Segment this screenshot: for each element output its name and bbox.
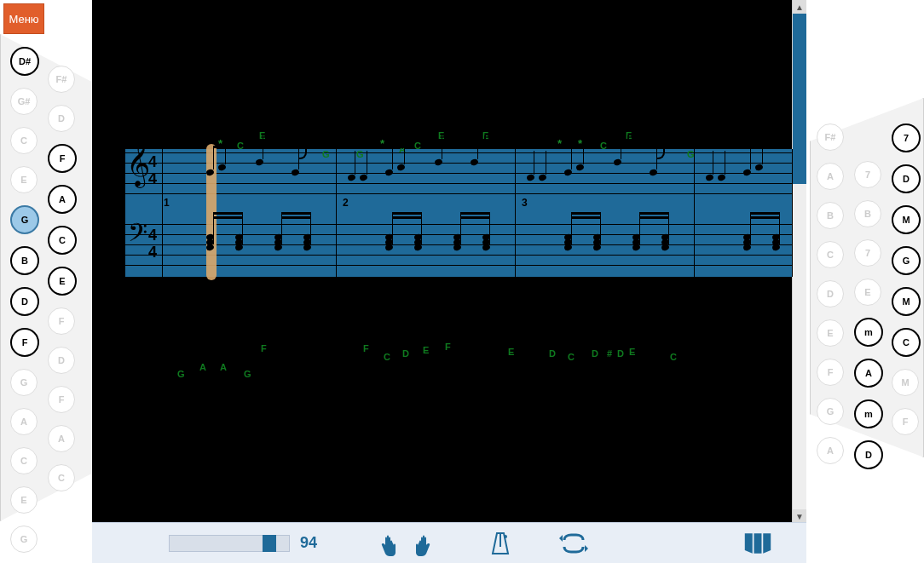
measure-number: 2 bbox=[343, 197, 349, 209]
right-c2-btn-4[interactable]: m bbox=[854, 318, 883, 347]
right-c2-btn-1[interactable]: B bbox=[854, 200, 881, 227]
left-outer-btn-8[interactable]: G bbox=[10, 369, 38, 396]
left-outer-btn-4[interactable]: G bbox=[10, 205, 39, 234]
left-outer-btn-11[interactable]: E bbox=[10, 486, 38, 514]
beam bbox=[392, 216, 421, 219]
left-hand-toggle[interactable] bbox=[373, 529, 402, 558]
right-column-1: F#ABCDEFGA bbox=[817, 118, 844, 470]
beam bbox=[281, 212, 310, 215]
left-outer-btn-5[interactable]: B bbox=[10, 246, 39, 275]
right-c3-btn-5[interactable]: C bbox=[892, 328, 921, 357]
left-inner-btn-5[interactable]: E bbox=[48, 267, 77, 296]
right-c2-btn-3[interactable]: E bbox=[854, 279, 881, 306]
right-c2-btn-6[interactable]: m bbox=[854, 399, 883, 428]
left-inner-btn-9[interactable]: A bbox=[48, 425, 75, 452]
right-c1-btn-5[interactable]: E bbox=[817, 319, 844, 347]
metronome-toggle[interactable] bbox=[486, 529, 515, 558]
left-outer-btn-3[interactable]: E bbox=[10, 166, 38, 193]
barline bbox=[515, 149, 516, 277]
note-label: D bbox=[617, 348, 624, 359]
note-label: D bbox=[592, 348, 598, 359]
left-outer-btn-7[interactable]: F bbox=[10, 328, 39, 357]
note-flag bbox=[477, 135, 486, 149]
left-inner-btn-3[interactable]: A bbox=[48, 185, 77, 214]
right-c3-btn-4[interactable]: M bbox=[892, 287, 921, 316]
left-inner-column: F#DFACEFDFAC bbox=[48, 60, 77, 497]
right-c1-btn-3[interactable]: C bbox=[817, 241, 844, 268]
beam bbox=[460, 216, 489, 219]
tempo-slider-thumb[interactable] bbox=[263, 535, 276, 552]
note-stem bbox=[546, 151, 546, 175]
note-label: A bbox=[220, 362, 227, 372]
left-outer-btn-0[interactable]: D# bbox=[10, 47, 39, 76]
note-label: G bbox=[322, 149, 330, 159]
left-inner-btn-8[interactable]: F bbox=[48, 386, 75, 413]
right-c2-btn-0[interactable]: 7 bbox=[854, 161, 881, 188]
right-hand-toggle[interactable] bbox=[413, 529, 442, 558]
note-stem bbox=[421, 212, 422, 244]
right-c1-btn-4[interactable]: D bbox=[817, 280, 844, 307]
right-c1-btn-7[interactable]: G bbox=[817, 398, 844, 425]
left-inner-btn-1[interactable]: D bbox=[48, 105, 75, 132]
note-stem bbox=[583, 141, 584, 164]
menu-button[interactable]: Меню bbox=[3, 3, 44, 34]
right-c1-btn-1[interactable]: A bbox=[817, 163, 844, 190]
left-inner-btn-7[interactable]: D bbox=[48, 347, 75, 374]
note-label: F bbox=[445, 342, 451, 352]
barline bbox=[124, 149, 125, 277]
note-label: C bbox=[414, 141, 421, 151]
note-label: G bbox=[177, 369, 185, 379]
note-label: E bbox=[629, 347, 635, 357]
right-c3-btn-1[interactable]: D bbox=[892, 164, 921, 193]
right-c1-btn-6[interactable]: F bbox=[817, 359, 844, 386]
note-label: D bbox=[549, 348, 556, 359]
staff-system[interactable]: 𝄞 4 4 𝄢 4 4 1 2 3 *CEGG*ACEE**CEGGAAFGFC… bbox=[124, 149, 793, 277]
right-c2-btn-7[interactable]: D bbox=[854, 440, 883, 469]
right-c1-btn-2[interactable]: B bbox=[817, 202, 844, 229]
note-stem bbox=[392, 146, 393, 169]
note-label: * bbox=[557, 137, 562, 150]
right-c3-btn-7[interactable]: F bbox=[892, 408, 919, 435]
right-c2-btn-2[interactable]: 7 bbox=[854, 239, 881, 267]
score-scrollbar[interactable]: ▲ ▼ bbox=[792, 0, 806, 523]
right-c3-btn-0[interactable]: 7 bbox=[892, 124, 921, 152]
left-inner-btn-6[interactable]: F bbox=[48, 307, 75, 335]
right-c3-btn-2[interactable]: M bbox=[892, 205, 921, 234]
note-label: # bbox=[607, 348, 612, 359]
right-c1-btn-8[interactable]: A bbox=[817, 437, 844, 464]
right-c1-btn-0[interactable]: F# bbox=[817, 124, 844, 151]
left-outer-btn-2[interactable]: C bbox=[10, 127, 38, 154]
note-label: E bbox=[423, 345, 429, 355]
beam bbox=[639, 216, 668, 219]
left-inner-btn-0[interactable]: F# bbox=[48, 66, 75, 93]
note-stem bbox=[750, 146, 751, 169]
note-label: F bbox=[363, 343, 369, 353]
left-outer-btn-12[interactable]: G bbox=[10, 526, 38, 553]
left-inner-btn-4[interactable]: C bbox=[48, 226, 77, 255]
right-c3-btn-3[interactable]: G bbox=[892, 246, 921, 275]
left-inner-btn-2[interactable]: F bbox=[48, 144, 77, 173]
right-c2-btn-5[interactable]: A bbox=[854, 359, 883, 388]
tempo-slider[interactable] bbox=[169, 535, 290, 552]
measure-number: 1 bbox=[164, 197, 170, 209]
note-stem bbox=[242, 212, 243, 244]
left-outer-btn-10[interactable]: C bbox=[10, 447, 38, 474]
bass-timesig-top: 4 bbox=[148, 227, 157, 243]
note-label: C bbox=[237, 141, 244, 151]
left-outer-btn-1[interactable]: G# bbox=[10, 88, 38, 115]
left-outer-btn-6[interactable]: D bbox=[10, 287, 39, 316]
scroll-thumb[interactable] bbox=[793, 14, 806, 184]
beam bbox=[281, 216, 310, 219]
beam bbox=[571, 216, 600, 219]
right-c3-btn-6[interactable]: M bbox=[892, 369, 919, 396]
loop-toggle[interactable] bbox=[559, 529, 588, 558]
view-mode-button[interactable] bbox=[743, 529, 772, 558]
beam bbox=[392, 212, 421, 215]
scroll-up-arrow[interactable]: ▲ bbox=[793, 0, 806, 14]
scroll-down-arrow[interactable]: ▼ bbox=[793, 509, 806, 523]
beam bbox=[571, 146, 593, 148]
treble-timesig-top: 4 bbox=[148, 154, 157, 169]
note-stem bbox=[779, 212, 780, 244]
left-inner-btn-10[interactable]: C bbox=[48, 464, 75, 491]
left-outer-btn-9[interactable]: A bbox=[10, 408, 38, 435]
